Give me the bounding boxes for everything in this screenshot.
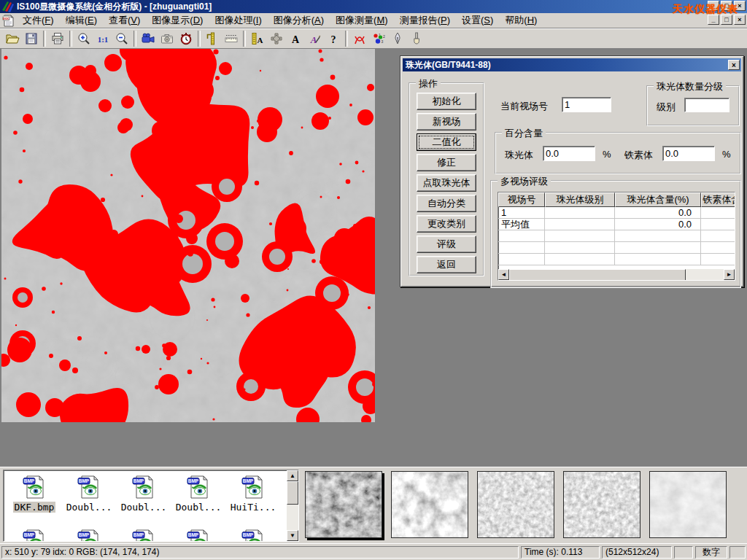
table-cell: [545, 219, 615, 230]
table-row[interactable]: 平均值0.0: [498, 219, 735, 230]
file-name: Doubl...: [120, 502, 169, 513]
table-hscrollbar[interactable]: ◄ ►: [498, 269, 735, 280]
status-spacer: [674, 546, 693, 559]
text-icon[interactable]: A: [286, 30, 305, 47]
menu-item-3[interactable]: 图像显示(D): [146, 12, 209, 28]
text-style-icon[interactable]: A: [305, 30, 324, 47]
file-item-4[interactable]: BMPHuiTi...: [227, 475, 279, 513]
svg-text:DOC: DOC: [3, 16, 9, 20]
menu-bar: DOC 文件(F)编辑(E)查看(V)图像显示(D)图像处理(I)图像分析(A)…: [0, 13, 747, 28]
brush-icon[interactable]: [407, 30, 426, 47]
svg-text:A: A: [310, 34, 317, 45]
vendor-watermark: 天水仪器仪表: [673, 3, 738, 16]
menu-item-1[interactable]: 编辑(E): [60, 12, 103, 28]
table-row[interactable]: [498, 242, 735, 254]
table-row[interactable]: [498, 230, 735, 242]
op-button-2[interactable]: 二值化: [417, 133, 476, 151]
status-bar: x: 510 y: 79 idx: 0 RGB: (174, 174, 174)…: [0, 543, 747, 560]
curve-tool-icon[interactable]: [350, 30, 369, 47]
menu-item-7[interactable]: 测量报告(P): [394, 12, 456, 28]
file-item-row2-4[interactable]: BMP: [227, 529, 279, 542]
op-button-7[interactable]: 评级: [417, 236, 476, 253]
svg-text:BMP: BMP: [243, 532, 254, 537]
menu-item-9[interactable]: 帮助(H): [499, 12, 543, 28]
svg-text:A: A: [258, 36, 263, 44]
scroll-left-icon[interactable]: ◄: [498, 269, 509, 280]
file-item-row2-3[interactable]: BMP: [172, 529, 225, 542]
menu-item-4[interactable]: 图像处理(I): [209, 12, 267, 28]
grade-group: 珠光体数量分级 级别: [646, 85, 740, 126]
micrograph-thumbnail-1[interactable]: [391, 471, 468, 538]
file-item-2[interactable]: BMPDoubl...: [117, 475, 170, 513]
op-button-5[interactable]: 自动分类: [417, 195, 476, 212]
menu-item-0[interactable]: 文件(F): [17, 12, 60, 28]
pen-icon[interactable]: [388, 30, 407, 47]
move-tool-icon[interactable]: [267, 30, 286, 47]
dialog-title: 珠光体(GB/T9441-88): [406, 59, 491, 71]
micrograph-thumbnail-2[interactable]: [477, 471, 554, 538]
file-item-row2-1[interactable]: BMP: [63, 529, 115, 542]
help-icon[interactable]: ?: [324, 30, 343, 47]
mdi-restore-button[interactable]: □: [721, 15, 732, 25]
bmp-file-icon: BMP: [77, 491, 101, 502]
micrograph-thumbnail-0[interactable]: [305, 471, 382, 538]
micrograph-image[interactable]: [1, 49, 375, 422]
scroll-right-icon[interactable]: ►: [724, 269, 735, 280]
open-folder-icon[interactable]: [3, 30, 22, 47]
menu-item-6[interactable]: 图像测量(M): [330, 12, 394, 28]
file-name: Doubl...: [65, 502, 114, 513]
bmp-file-icon: BMP: [186, 491, 211, 502]
timer-icon[interactable]: [177, 30, 196, 47]
zoom-out-icon[interactable]: [112, 30, 131, 47]
app-logo-icon: [1, 1, 15, 12]
file-vscrollbar[interactable]: ▲ ▼: [287, 470, 298, 541]
table-cell: [498, 254, 545, 265]
table-row[interactable]: 10.0: [498, 207, 735, 219]
op-button-8[interactable]: 返回: [417, 256, 476, 273]
caliper-icon[interactable]: [203, 30, 222, 47]
svg-text:BMP: BMP: [24, 478, 35, 483]
photo-camera-icon[interactable]: [158, 30, 177, 47]
menu-item-5[interactable]: 图像分析(A): [268, 12, 330, 28]
ferrite-percent-input[interactable]: [662, 146, 715, 161]
file-item-3[interactable]: BMPDoubl...: [172, 475, 225, 513]
classify-points-icon[interactable]: 123: [369, 30, 388, 47]
ruler-icon[interactable]: [222, 30, 241, 47]
file-item-0[interactable]: BMPDKF.bmp: [8, 475, 61, 513]
video-camera-icon[interactable]: [139, 30, 158, 47]
status-image-size: (512x512x24): [602, 546, 672, 559]
svg-text:BMP: BMP: [79, 532, 90, 537]
file-item-row2-0[interactable]: BMP: [8, 529, 61, 542]
op-button-1[interactable]: 新视场: [417, 113, 476, 131]
menu-item-2[interactable]: 查看(V): [103, 12, 146, 28]
scroll-up-icon[interactable]: ▲: [287, 470, 298, 481]
current-field-input[interactable]: [562, 97, 611, 112]
zoom-in-icon[interactable]: [74, 30, 93, 47]
mdi-close-button[interactable]: ×: [734, 15, 746, 25]
file-name: DKF.bmp: [13, 502, 56, 513]
pearlite-percent-input[interactable]: [543, 146, 595, 161]
vscroll-thumb[interactable]: [287, 481, 298, 505]
measure-text-icon[interactable]: A: [248, 30, 267, 47]
save-icon[interactable]: [22, 30, 41, 47]
file-item-1[interactable]: BMPDoubl...: [63, 475, 115, 513]
op-button-3[interactable]: 修正: [417, 154, 476, 171]
grade-label: 级别: [657, 101, 676, 114]
table-cell: [545, 254, 615, 265]
micrograph-thumbnail-3[interactable]: [563, 471, 640, 538]
dialog-close-icon[interactable]: ×: [728, 60, 740, 70]
op-button-0[interactable]: 初始化: [417, 93, 476, 110]
grade-input[interactable]: [684, 98, 729, 112]
mdi-minimize-button[interactable]: _: [708, 15, 719, 25]
op-button-4[interactable]: 点取珠光体: [417, 174, 476, 192]
hscroll-thumb[interactable]: [509, 269, 686, 281]
bottom-panel: ▲ ▼ BMPDKF.bmpBMPDoubl...BMPDoubl...BMPD…: [0, 467, 747, 544]
actual-size-icon[interactable]: 1:1: [93, 30, 112, 47]
micrograph-thumbnail-4[interactable]: [649, 471, 727, 538]
scroll-down-icon[interactable]: ▼: [287, 530, 298, 541]
table-row[interactable]: [498, 254, 735, 265]
print-icon[interactable]: [48, 30, 67, 47]
menu-item-8[interactable]: 设置(S): [456, 12, 499, 28]
op-button-6[interactable]: 更改类别: [417, 215, 476, 233]
file-item-row2-2[interactable]: BMP: [117, 529, 170, 542]
